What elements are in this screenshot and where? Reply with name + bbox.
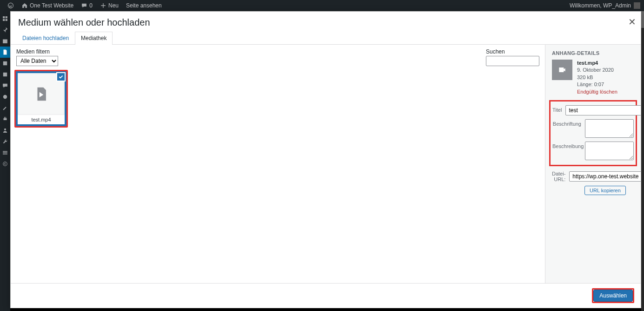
filter-label: Medien filtern xyxy=(16,48,58,55)
page-icon xyxy=(2,49,8,55)
menu-posts[interactable] xyxy=(0,24,10,35)
meta-filename: test.mp4 xyxy=(577,60,617,67)
menu-item[interactable] xyxy=(0,58,10,69)
plus-icon xyxy=(100,2,106,9)
modal-title: Medium wählen oder hochladen xyxy=(18,17,633,28)
site-name-link[interactable]: One Test Website xyxy=(18,2,77,9)
modal-body: Medien filtern Alle Daten Suchen xyxy=(11,45,641,283)
collapse-icon xyxy=(2,161,8,167)
svg-rect-2 xyxy=(3,73,7,76)
avatar[interactable] xyxy=(634,2,640,9)
select-button[interactable]: Auswählen xyxy=(593,290,633,302)
wp-logo[interactable] xyxy=(4,2,18,9)
caption-input[interactable] xyxy=(585,119,634,138)
modal-tabs: Dateien hochladen Mediathek xyxy=(11,32,641,45)
new-label: Neu xyxy=(108,2,119,9)
attachment-info: test.mp4 9. Oktober 2020 320 kB Länge: 0… xyxy=(552,60,634,95)
menu-collapse[interactable] xyxy=(0,158,10,169)
attachment-filename: test.mp4 xyxy=(18,115,65,124)
menu-users[interactable] xyxy=(0,125,10,136)
modal-header: Medium wählen oder hochladen ✕ xyxy=(11,12,641,32)
media-toolbar: Medien filtern Alle Daten Suchen xyxy=(11,45,545,68)
generic-icon xyxy=(2,94,8,100)
attachment-info-thumb xyxy=(552,60,572,80)
modal-footer: Auswählen xyxy=(11,283,641,308)
title-label: Titel xyxy=(552,105,562,113)
svg-rect-1 xyxy=(3,61,7,65)
filter-select[interactable]: Alle Daten xyxy=(16,56,58,66)
url-input[interactable] xyxy=(569,171,641,182)
comments-link[interactable]: 0 xyxy=(77,2,96,9)
svg-point-4 xyxy=(4,128,6,130)
view-page-label: Seite ansehen xyxy=(126,2,162,9)
media-sidebar: ANHANG-DETAILS test.mp4 9. Oktober 2020 … xyxy=(545,45,641,283)
description-input[interactable] xyxy=(585,142,634,160)
attachment-item[interactable]: test.mp4 xyxy=(14,70,68,128)
sliders-icon xyxy=(2,149,8,156)
meta-date: 9. Oktober 2020 xyxy=(577,67,617,74)
delete-link[interactable]: Endgültig löschen xyxy=(577,88,617,95)
pin-icon xyxy=(2,27,8,33)
greeting-text[interactable]: Willkommen, WP_Admin xyxy=(570,2,631,9)
comment-icon xyxy=(81,2,87,9)
menu-dashboard[interactable] xyxy=(0,13,10,24)
search-input[interactable] xyxy=(486,56,539,66)
attachment-info-meta: test.mp4 9. Oktober 2020 320 kB Länge: 0… xyxy=(577,60,617,95)
description-label: Beschreibung xyxy=(552,142,581,149)
home-icon xyxy=(21,2,28,9)
sidebar-heading: ANHANG-DETAILS xyxy=(552,50,634,56)
menu-plugins[interactable] xyxy=(0,114,10,125)
attachment-check[interactable] xyxy=(56,72,66,81)
search-label: Suchen xyxy=(486,48,539,55)
dashboard-icon xyxy=(2,15,8,22)
page-scrollbar-thumb[interactable] xyxy=(641,11,644,28)
tab-library[interactable]: Mediathek xyxy=(75,32,113,45)
media-modal: Medium wählen oder hochladen ✕ Dateien h… xyxy=(10,11,641,308)
meta-length: Länge: 0:07 xyxy=(577,81,617,88)
generic-icon xyxy=(2,71,8,78)
admin-menu xyxy=(0,11,10,311)
title-input[interactable] xyxy=(565,105,641,115)
close-icon: ✕ xyxy=(628,17,636,27)
url-label: Datei-URL: xyxy=(552,171,565,182)
wp-admin-bar: One Test Website 0 Neu Seite ansehen Wil… xyxy=(0,0,644,11)
menu-tools[interactable] xyxy=(0,136,10,147)
menu-appearance[interactable] xyxy=(0,102,10,114)
wrench-icon xyxy=(2,138,8,145)
new-content-link[interactable]: Neu xyxy=(96,2,122,9)
menu-item[interactable] xyxy=(0,91,10,102)
plug-icon xyxy=(2,116,8,122)
svg-point-3 xyxy=(3,95,7,99)
comments-count: 0 xyxy=(89,2,93,9)
video-file-icon xyxy=(33,86,49,102)
check-icon xyxy=(58,74,64,80)
media-grid: test.mp4 xyxy=(11,68,545,129)
media-frame: Medien filtern Alle Daten Suchen xyxy=(11,45,545,283)
video-icon xyxy=(558,65,567,74)
user-icon xyxy=(2,127,8,134)
close-button[interactable]: ✕ xyxy=(628,16,636,27)
view-page-link[interactable]: Seite ansehen xyxy=(122,2,166,9)
meta-size: 320 kB xyxy=(577,74,617,81)
media-icon xyxy=(2,38,8,44)
page-scrollbar-track xyxy=(641,11,644,311)
menu-settings[interactable] xyxy=(0,147,10,158)
caption-label: Beschriftung xyxy=(552,119,581,127)
generic-icon xyxy=(2,60,8,67)
copy-url-button[interactable]: URL kopieren xyxy=(584,186,626,195)
tab-upload[interactable]: Dateien hochladen xyxy=(16,32,75,45)
menu-item[interactable] xyxy=(0,69,10,80)
menu-comments[interactable] xyxy=(0,80,10,91)
svg-point-5 xyxy=(3,162,7,166)
detail-fields-group: Titel Beschriftung Beschreibung xyxy=(549,100,637,166)
wordpress-icon xyxy=(7,2,14,9)
menu-media[interactable] xyxy=(0,35,10,47)
site-name: One Test Website xyxy=(30,2,73,9)
brush-icon xyxy=(2,105,8,111)
comment-icon xyxy=(2,82,8,89)
menu-pages[interactable] xyxy=(0,47,10,58)
